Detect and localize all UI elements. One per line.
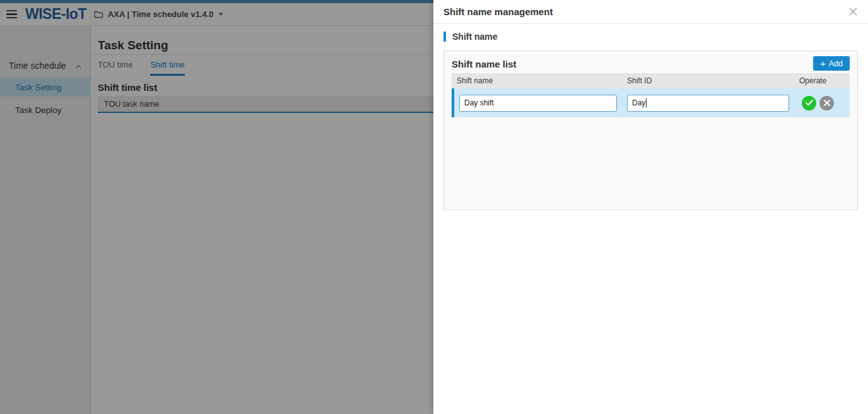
column-header-shift-name: Shift name <box>452 76 622 85</box>
shift-name-table: Shift name Shift ID Operate Day <box>452 73 850 117</box>
modal-backdrop[interactable] <box>0 0 433 414</box>
section-accent-bar <box>443 32 446 42</box>
card-header: Shift name list + Add <box>444 51 857 73</box>
cancel-button[interactable] <box>819 96 834 110</box>
add-button-label: Add <box>829 59 843 68</box>
screen: WISE-IoT AXA | Time schedule v1.4.0 Time… <box>0 0 868 414</box>
shift-name-list-card: Shift name list + Add Shift name Shift I… <box>443 50 858 210</box>
close-icon[interactable] <box>848 7 858 17</box>
confirm-button[interactable] <box>802 96 816 110</box>
table-row: Day <box>452 88 850 117</box>
table-header-row: Shift name Shift ID Operate <box>452 73 850 88</box>
column-header-shift-id: Shift ID <box>622 76 794 85</box>
x-icon <box>824 98 830 108</box>
shift-id-value: Day <box>632 98 645 107</box>
drawer-header: Shift name management <box>433 0 868 24</box>
shift-id-input[interactable]: Day <box>627 95 789 112</box>
text-cursor <box>646 98 647 107</box>
add-button[interactable]: + Add <box>813 56 850 71</box>
plus-icon: + <box>820 59 826 68</box>
drawer-title: Shift name management <box>443 6 848 17</box>
section-label: Shift name <box>452 32 498 42</box>
check-icon <box>806 98 813 108</box>
shift-name-section-header: Shift name <box>443 32 498 42</box>
shift-name-input[interactable] <box>459 95 617 112</box>
column-header-operate: Operate <box>794 76 850 85</box>
card-title: Shift name list <box>452 55 813 69</box>
shift-name-management-drawer: Shift name management Shift name Shift n… <box>433 0 868 414</box>
